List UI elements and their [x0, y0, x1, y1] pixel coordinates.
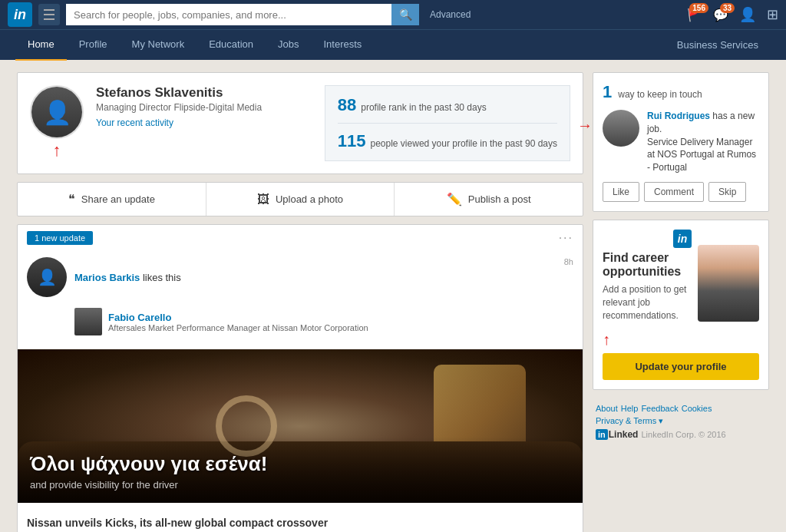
publish-post-button[interactable]: ✏️ Publish a post	[395, 183, 583, 216]
right-footer: About Help Feedback Cookies Privacy & Te…	[593, 398, 769, 446]
keep-person: Rui Rodrigues has a new job. Service Del…	[603, 110, 759, 174]
profile-avatar: 👤	[30, 85, 84, 139]
feed-user-link[interactable]: Marios Barkis	[74, 272, 140, 283]
nav-item-profile[interactable]: Profile	[67, 30, 120, 61]
upload-photo-button[interactable]: 🖼 Upload a photo	[206, 183, 395, 216]
flags-badge: 156	[689, 3, 708, 13]
footer-feedback[interactable]: Feedback	[641, 404, 678, 413]
top-bar: in 🔍 Advanced 🚩 156 💬 33 👤 ⊞	[0, 0, 786, 29]
feed-article-title[interactable]: Nissan unveils Kicks, its all-new global…	[27, 517, 573, 529]
profile-arrow: ↑	[53, 140, 61, 160]
keep-count: 1	[603, 82, 612, 102]
messages-notification[interactable]: 💬 33	[713, 8, 728, 22]
feed-inner-title: Aftersales Market Performance Manager at…	[108, 323, 368, 332]
linkedin-logo: in	[8, 2, 32, 27]
keep-person-title: Service Delivery Manager at NOS Portugal…	[647, 137, 756, 173]
action-bar: ❝ Share an update 🖼 Upload a photo ✏️ Pu…	[17, 182, 583, 216]
keep-label: way to keep in touch	[618, 89, 702, 100]
image-icon: 🖼	[257, 193, 269, 207]
nav-item-home[interactable]: Home	[15, 30, 67, 61]
feed-inner: Fabio Carello Aftersales Market Performa…	[18, 303, 583, 343]
stat2-number: 115	[338, 131, 366, 151]
profile-activity-link[interactable]: Your recent activity	[96, 117, 312, 128]
keep-skip-button[interactable]: Skip	[708, 182, 746, 202]
footer-cookies[interactable]: Cookies	[682, 404, 712, 413]
nav-item-education[interactable]: Education	[196, 30, 266, 61]
feed-image-overlay: Όλοι ψάχνουν για εσένα! and provide visi…	[18, 437, 583, 503]
feed-article: Nissan unveils Kicks, its all-new global…	[18, 509, 583, 532]
footer-brand: inLinked LinkedIn Corp. © 2016	[596, 429, 766, 440]
upload-photo-label: Upload a photo	[276, 193, 343, 205]
career-person-image	[698, 245, 759, 322]
right-column: 1 way to keep in touch Rui Rodrigues has…	[593, 72, 769, 532]
linkedin-in: in	[596, 429, 608, 440]
feed-inner-user: Fabio Carello Aftersales Market Performa…	[74, 308, 573, 335]
search-bar: 🔍	[66, 4, 419, 25]
career-card: in Find career opportunities Add a posit…	[593, 220, 769, 390]
career-arrow: ↑	[593, 331, 768, 349]
feed-meta: Marios Barkis likes this	[74, 272, 556, 283]
keep-like-button[interactable]: Like	[603, 182, 639, 202]
profile-stats: 88 profile rank in the past 30 days 115 …	[325, 85, 570, 161]
top-bar-right: 🚩 156 💬 33 👤 ⊞	[687, 6, 778, 23]
profile-info: Stefanos Sklavenitis Managing Director F…	[96, 85, 312, 128]
keep-person-name[interactable]: Rui Rodrigues	[647, 111, 710, 121]
career-title: Find career opportunities	[603, 251, 692, 279]
feed-inner-info: Fabio Carello Aftersales Market Performa…	[108, 312, 368, 332]
nav-item-jobs[interactable]: Jobs	[266, 30, 311, 61]
career-header: in Find career opportunities Add a posit…	[593, 220, 768, 331]
profile-title: Managing Director Flipside-Digital Media	[96, 102, 312, 113]
feed-card: 1 new update ··· 👤 Marios Barkis likes t…	[17, 224, 583, 532]
footer-privacy[interactable]: Privacy & Terms ▾	[596, 416, 663, 426]
stat-row-2: 115 people viewed your profile in the pa…	[338, 131, 557, 151]
feed-user-avatar: 👤	[27, 257, 67, 297]
feed-likes-label: likes this	[143, 272, 181, 283]
nav-item-interests[interactable]: Interests	[311, 30, 374, 61]
stat2-label: people viewed your profile in the past 9…	[371, 138, 558, 149]
career-desc: Add a position to get relevant job recom…	[603, 283, 692, 322]
hamburger-button[interactable]	[38, 4, 60, 25]
messages-badge: 33	[720, 3, 735, 13]
profile-icon[interactable]: 👤	[739, 6, 756, 23]
nav-business-services[interactable]: Business Services	[665, 39, 771, 51]
keep-actions: Like Comment Skip	[603, 182, 759, 202]
search-input[interactable]	[66, 4, 391, 25]
feed-overlay-subtext: and provide visibility for the driver	[30, 479, 570, 491]
feed-more-options[interactable]: ···	[559, 231, 573, 245]
keep-person-avatar	[603, 110, 639, 147]
keep-comment-button[interactable]: Comment	[644, 182, 704, 202]
search-button[interactable]: 🔍	[391, 4, 419, 25]
keep-in-touch-card: 1 way to keep in touch Rui Rodrigues has…	[593, 72, 769, 212]
feed-inner-avatar	[74, 308, 102, 335]
footer-help[interactable]: Help	[621, 404, 639, 413]
nav-item-mynetwork[interactable]: My Network	[120, 30, 197, 61]
feed-user-row: 👤 Marios Barkis likes this 8h	[18, 251, 583, 303]
linkedin-brand: inLinked	[596, 429, 638, 440]
center-column: 👤 ↑ Stefanos Sklavenitis Managing Direct…	[17, 72, 583, 532]
career-linkedin-logo: in	[673, 230, 692, 248]
publish-post-label: Publish a post	[468, 193, 531, 205]
new-update-badge[interactable]: 1 new update	[27, 231, 93, 245]
share-update-button[interactable]: ❝ Share an update	[18, 183, 206, 216]
footer-about[interactable]: About	[596, 404, 618, 413]
advanced-link[interactable]: Advanced	[430, 9, 471, 20]
stat-row-1: 88 profile rank in the past 30 days	[338, 95, 557, 115]
feed-time: 8h	[564, 257, 573, 266]
keep-header: 1 way to keep in touch	[603, 82, 759, 102]
profile-card: 👤 ↑ Stefanos Sklavenitis Managing Direct…	[17, 72, 583, 174]
feed-overlay-headline: Όλοι ψάχνουν για εσένα!	[30, 452, 570, 476]
flags-notification[interactable]: 🚩 156	[687, 8, 702, 22]
feed-header: 1 new update ···	[18, 225, 583, 251]
stats-arrow: →	[577, 117, 593, 134]
stat1-number: 88	[338, 95, 356, 115]
feed-user-name: Marios Barkis likes this	[74, 272, 556, 283]
stat1-label: profile rank in the past 30 days	[361, 102, 486, 113]
career-text: in Find career opportunities Add a posit…	[603, 230, 692, 322]
update-profile-button[interactable]: Update your profile	[603, 353, 759, 380]
profile-name: Stefanos Sklavenitis	[96, 85, 312, 101]
quote-icon: ❝	[68, 192, 75, 207]
grid-icon[interactable]: ⊞	[767, 6, 778, 23]
edit-icon: ✏️	[447, 192, 462, 207]
share-update-label: Share an update	[81, 193, 155, 205]
feed-inner-name[interactable]: Fabio Carello	[108, 312, 368, 323]
